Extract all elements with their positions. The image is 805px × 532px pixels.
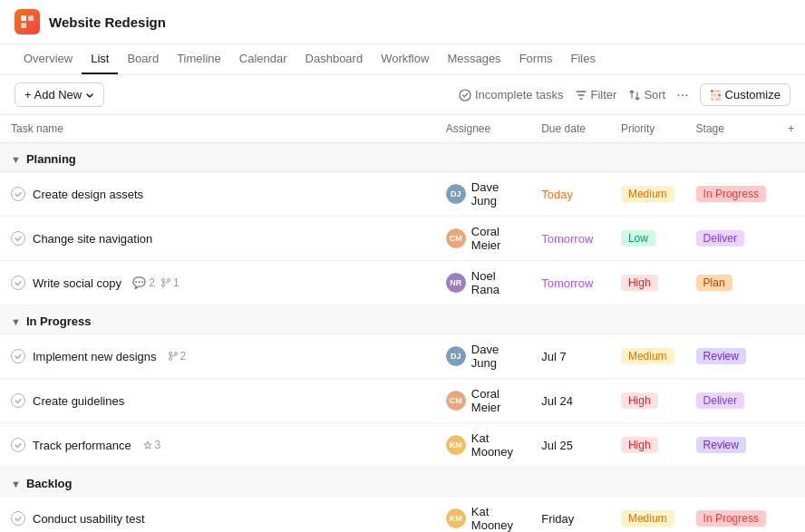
- svg-point-12: [162, 285, 165, 287]
- stage-badge: Plan: [696, 275, 732, 291]
- chevron-down-icon: ▼: [11, 479, 21, 489]
- task-name[interactable]: Create guidelines: [33, 394, 124, 408]
- task-name[interactable]: Implement new designs: [33, 350, 157, 363]
- task-meta-item: 2: [168, 350, 187, 363]
- assignee: DJ Dave Jung: [446, 343, 519, 370]
- stage-badge: In Progress: [696, 510, 766, 527]
- row-options[interactable]: [777, 497, 805, 533]
- sort-button[interactable]: Sort: [627, 88, 665, 102]
- task-name[interactable]: Track performance: [33, 439, 131, 452]
- section-planning: ▼ Planning: [0, 143, 805, 172]
- assignee: CM Coral Meier: [446, 225, 519, 252]
- assignee-cell: KM Kat Mooney: [435, 423, 530, 468]
- table-row: Implement new designs 2 DJ Dave Jung Jul…: [0, 334, 805, 379]
- assignee-cell: KM Kat Mooney: [435, 497, 530, 533]
- row-options[interactable]: [777, 261, 805, 305]
- table-row: Change site navigation CM Coral Meier To…: [0, 217, 805, 261]
- task-complete-checkbox[interactable]: [11, 276, 25, 290]
- assignee-name: Dave Jung: [471, 180, 519, 208]
- col-header-add[interactable]: +: [777, 115, 805, 143]
- col-header-stage: Stage: [685, 115, 777, 143]
- task-name[interactable]: Create design assets: [33, 188, 143, 201]
- avatar: DJ: [446, 346, 466, 366]
- priority-badge: High: [621, 437, 658, 453]
- stage-cell: Review: [685, 423, 777, 468]
- task-complete-checkbox[interactable]: [11, 438, 25, 452]
- tab-timeline[interactable]: Timeline: [168, 44, 230, 74]
- add-new-button[interactable]: + Add New: [15, 82, 104, 107]
- task-name[interactable]: Write social copy: [33, 276, 121, 290]
- table-row: Conduct usability test KM Kat Mooney Fri…: [0, 497, 805, 533]
- svg-rect-7: [718, 94, 721, 97]
- assignee: DJ Dave Jung: [446, 180, 519, 208]
- section-name: In Progress: [26, 314, 92, 328]
- stage-badge: Deliver: [696, 392, 744, 409]
- task-name-cell: Create guidelines: [0, 379, 435, 423]
- assignee-cell: NR Noel Rana: [435, 261, 530, 305]
- section-header-backlog[interactable]: ▼ Backlog: [0, 468, 805, 496]
- task-name[interactable]: Change site navigation: [33, 232, 152, 246]
- section-header-inprogress[interactable]: ▼ In Progress: [0, 305, 805, 334]
- avatar: DJ: [446, 184, 466, 204]
- table-row: Create design assets DJ Dave Jung Today …: [0, 172, 805, 217]
- app-title: Website Redesign: [49, 15, 166, 30]
- filter-button[interactable]: Filter: [575, 88, 617, 102]
- stage-badge: Deliver: [696, 230, 744, 247]
- tab-files[interactable]: Files: [561, 44, 604, 74]
- tab-overview[interactable]: Overview: [15, 44, 82, 74]
- row-options[interactable]: [777, 217, 805, 261]
- tab-forms[interactable]: Forms: [510, 44, 562, 74]
- priority-cell: High: [610, 261, 685, 305]
- svg-point-14: [174, 353, 177, 355]
- assignee-cell: CM Coral Meier: [435, 379, 530, 423]
- tab-messages[interactable]: Messages: [438, 44, 509, 74]
- task-complete-checkbox[interactable]: [11, 511, 25, 526]
- due-date-cell: Tomorrow: [530, 261, 610, 305]
- task-complete-checkbox[interactable]: [11, 349, 25, 363]
- table-row: Create guidelines CM Coral Meier Jul 24 …: [0, 379, 805, 423]
- task-complete-checkbox[interactable]: [11, 393, 25, 408]
- incomplete-tasks-button[interactable]: Incomplete tasks: [459, 88, 564, 102]
- chevron-down-icon: ▼: [11, 154, 21, 165]
- assignee-name: Kat Mooney: [471, 431, 519, 459]
- priority-cell: Medium: [610, 334, 685, 379]
- priority-badge: Low: [621, 230, 655, 247]
- priority-cell: Medium: [610, 172, 685, 217]
- section-header-planning[interactable]: ▼ Planning: [0, 143, 805, 171]
- tab-board[interactable]: Board: [118, 44, 168, 74]
- col-header-assignee: Assignee: [435, 115, 530, 143]
- task-name-cell: Conduct usability test: [0, 497, 435, 533]
- customize-icon: [710, 89, 722, 101]
- row-options[interactable]: [777, 379, 805, 423]
- tab-calendar[interactable]: Calendar: [230, 44, 296, 74]
- stage-cell: In Progress: [685, 172, 777, 217]
- section-backlog: ▼ Backlog: [0, 468, 805, 497]
- avatar: NR: [446, 273, 466, 293]
- app-header: Website Redesign: [0, 0, 805, 44]
- priority-badge: Medium: [621, 186, 674, 202]
- task-complete-checkbox[interactable]: [11, 231, 25, 246]
- toolbar: + Add New Incomplete tasks Filter Sort: [0, 75, 805, 115]
- due-date-cell: Friday: [530, 497, 610, 533]
- row-options[interactable]: [777, 423, 805, 468]
- avatar: CM: [446, 228, 466, 248]
- table-row: Track performance 3 KM Kat Mooney Jul 25…: [0, 423, 805, 468]
- priority-cell: High: [610, 379, 685, 423]
- task-name-cell: Implement new designs 2: [0, 334, 435, 379]
- row-options[interactable]: [777, 334, 805, 379]
- tab-list[interactable]: List: [82, 44, 118, 74]
- filter-icon: [575, 89, 587, 102]
- row-options[interactable]: [777, 172, 805, 217]
- svg-rect-4: [711, 90, 713, 92]
- assignee-cell: DJ Dave Jung: [435, 334, 530, 379]
- tab-dashboard[interactable]: Dashboard: [296, 44, 373, 74]
- task-complete-checkbox[interactable]: [11, 187, 25, 201]
- task-name-cell: Create design assets: [0, 172, 435, 217]
- more-options-button[interactable]: ···: [676, 87, 688, 103]
- task-name[interactable]: Conduct usability test: [33, 512, 145, 526]
- col-header-due: Due date: [530, 115, 610, 143]
- tab-workflow[interactable]: Workflow: [372, 44, 438, 74]
- priority-badge: Medium: [621, 348, 674, 364]
- avatar: KM: [446, 435, 466, 455]
- customize-button[interactable]: Customize: [700, 83, 790, 106]
